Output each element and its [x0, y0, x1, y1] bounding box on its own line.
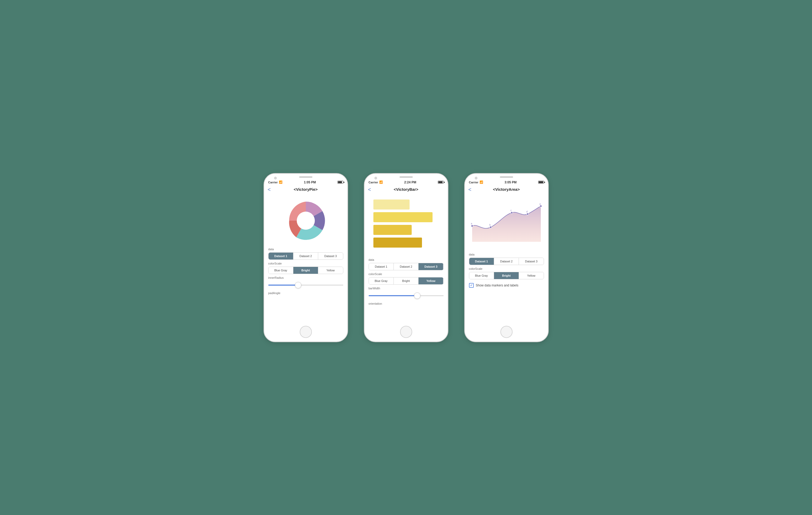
- home-button-3[interactable]: [500, 326, 513, 338]
- status-right-1: [338, 181, 343, 184]
- orientation-label-2: orientation: [369, 302, 444, 305]
- wifi-icon-2: 📶: [379, 181, 383, 184]
- dataset3-btn-1[interactable]: Dataset 3: [318, 253, 343, 260]
- camera-dot-3: [475, 177, 477, 180]
- slider-thumb-2[interactable]: [414, 293, 420, 299]
- yellow-btn-1[interactable]: Yellow: [318, 267, 343, 274]
- point-b: [490, 226, 492, 228]
- phone-bottom-2: [365, 324, 448, 342]
- slider-thumb-1[interactable]: [295, 282, 301, 288]
- innerradius-control-1: innerRadius: [268, 276, 343, 289]
- home-button-1[interactable]: [300, 326, 312, 338]
- dataset2-btn-2[interactable]: Dataset 2: [394, 263, 418, 270]
- status-right-3: [538, 181, 544, 184]
- dataset3-btn-3[interactable]: Dataset 3: [519, 258, 544, 265]
- data-label-2: data: [369, 258, 444, 261]
- checkbox-label-3: Show data markers and labels: [476, 283, 518, 287]
- dataset3-btn-2[interactable]: Dataset 3: [418, 263, 443, 270]
- data-control-3: data Dataset 1 Dataset 2 Dataset 3: [469, 253, 544, 265]
- checkbox-check-3: ✓: [470, 283, 473, 287]
- checkbox-box-3[interactable]: ✓: [469, 283, 474, 288]
- battery-icon-3: [538, 181, 544, 184]
- yellow-btn-2[interactable]: Yellow: [418, 277, 443, 284]
- speaker-grill: [299, 176, 312, 178]
- bar-chart: [369, 197, 444, 250]
- bright-btn-3[interactable]: Bright: [494, 272, 519, 279]
- data-label-3: data: [469, 253, 544, 256]
- barwidth-control-2: barWidth: [369, 287, 444, 300]
- innerradius-label-1: innerRadius: [268, 276, 343, 279]
- label-a: a: [471, 222, 472, 225]
- battery-icon-1: [338, 181, 343, 184]
- label-c: c: [511, 209, 512, 212]
- screen-content-1: data Dataset 1 Dataset 2 Dataset 3 color…: [264, 194, 348, 324]
- back-button-1[interactable]: <: [268, 187, 271, 192]
- label-b: b: [489, 223, 491, 226]
- padangle-control-1: padAngle: [268, 292, 343, 296]
- status-bar-3: Carrier 📶 3:05 PM: [465, 180, 548, 185]
- area-svg: a b c d e: [469, 202, 544, 244]
- battery-fill-3: [539, 181, 543, 183]
- data-label-1: data: [268, 248, 343, 251]
- point-c: [511, 212, 513, 214]
- phone-bar: Carrier 📶 2:24 PM < <VictoryBar>: [364, 173, 448, 342]
- checkbox-control-3: ✓ Show data markers and labels: [469, 281, 544, 288]
- slider-track-1: [268, 284, 343, 286]
- innerradius-slider-1[interactable]: [268, 281, 343, 289]
- wifi-icon-1: 📶: [279, 181, 283, 184]
- slider-fill-2: [369, 295, 417, 296]
- dataset2-btn-1[interactable]: Dataset 2: [293, 253, 318, 260]
- point-a: [471, 225, 473, 227]
- status-left-2: Carrier 📶: [369, 181, 383, 184]
- speaker-grill-2: [400, 176, 413, 178]
- dataset1-btn-3[interactable]: Dataset 1: [469, 258, 494, 265]
- bright-btn-1[interactable]: Bright: [293, 267, 318, 274]
- battery-fill-1: [338, 181, 342, 183]
- battery-fill-2: [438, 181, 442, 183]
- orientation-control-2: orientation: [369, 302, 444, 307]
- phone-pie: Carrier 📶 1:05 PM < <VictoryPie>: [264, 173, 348, 342]
- carrier-label-2: Carrier: [369, 181, 378, 184]
- pie-donut-hole: [296, 211, 315, 229]
- bluegray-btn-2[interactable]: Blue Gray: [369, 277, 394, 284]
- battery-icon-2: [438, 181, 444, 184]
- data-segment-2: Dataset 1 Dataset 2 Dataset 3: [369, 263, 444, 270]
- nav-title-3: <VictoryArea>: [493, 187, 520, 192]
- home-button-2[interactable]: [400, 326, 412, 338]
- bluegray-btn-3[interactable]: Blue Gray: [469, 272, 494, 279]
- yellow-btn-3[interactable]: Yellow: [519, 272, 544, 279]
- carrier-label-1: Carrier: [268, 181, 278, 184]
- pie-chart: [282, 197, 329, 244]
- area-chart-area: a b c d e: [469, 197, 544, 250]
- phones-container: Carrier 📶 1:05 PM < <VictoryPie>: [264, 173, 549, 342]
- screen-content-2: data Dataset 1 Dataset 2 Dataset 3 color…: [365, 194, 448, 324]
- pie-svg: [282, 197, 329, 244]
- padangle-label-1: padAngle: [268, 292, 343, 295]
- camera-dot: [274, 177, 277, 180]
- bluegray-btn-1[interactable]: Blue Gray: [268, 267, 293, 274]
- status-left-1: Carrier 📶: [268, 181, 283, 184]
- colorscale-label-1: colorScale: [268, 262, 343, 265]
- pie-chart-area: [268, 197, 343, 244]
- wifi-icon-3: 📶: [480, 181, 483, 184]
- carrier-label-3: Carrier: [469, 181, 478, 184]
- phone-top-hardware-2: [365, 173, 448, 180]
- nav-title-1: <VictoryPie>: [294, 187, 318, 192]
- barwidth-slider-2[interactable]: [369, 292, 444, 300]
- bright-btn-2[interactable]: Bright: [394, 277, 418, 284]
- checkbox-row-3[interactable]: ✓ Show data markers and labels: [469, 283, 544, 288]
- phone-area: Carrier 📶 3:05 PM < <VictoryArea>: [464, 173, 549, 342]
- data-control-2: data Dataset 1 Dataset 2 Dataset 3: [369, 258, 444, 270]
- back-button-3[interactable]: <: [468, 187, 472, 192]
- dataset1-btn-2[interactable]: Dataset 1: [369, 263, 394, 270]
- nav-title-2: <VictoryBar>: [394, 187, 418, 192]
- screen-content-3: a b c d e data Dataset 1 Dataset 2 Datas…: [465, 194, 548, 324]
- data-segment-3: Dataset 1 Dataset 2 Dataset 3: [469, 258, 544, 265]
- back-button-2[interactable]: <: [368, 187, 371, 192]
- dataset1-btn-1[interactable]: Dataset 1: [268, 253, 293, 260]
- time-2: 2:24 PM: [404, 181, 416, 184]
- bar-1: [373, 199, 410, 210]
- bar-chart-area: [369, 197, 444, 255]
- dataset2-btn-3[interactable]: Dataset 2: [494, 258, 519, 265]
- colorscale-control-2: colorScale Blue Gray Bright Yellow: [369, 272, 444, 284]
